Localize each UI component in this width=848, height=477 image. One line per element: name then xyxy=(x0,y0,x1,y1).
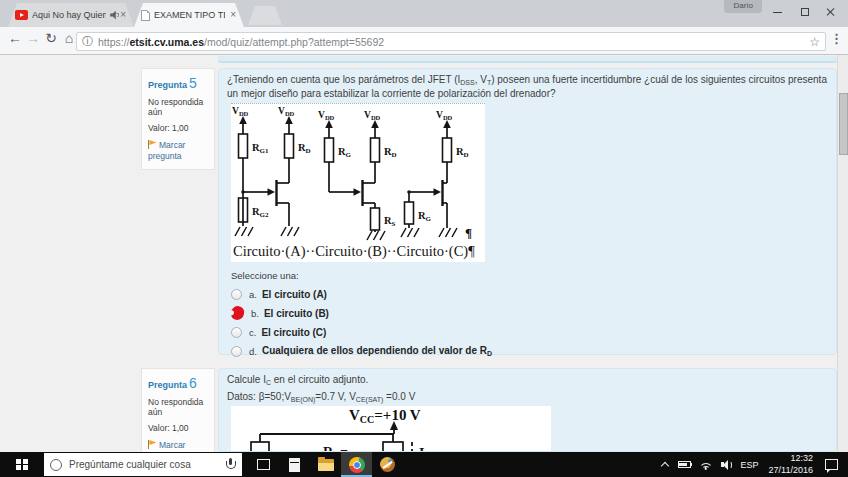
browser-titlebar: Aqui No hay Quien V × EXAMEN TIPO TEST P… xyxy=(0,0,848,27)
svg-text:RC=: RC= xyxy=(323,445,348,452)
new-tab-button[interactable] xyxy=(248,6,282,25)
question6-data-line: Datos: β=50;VBE(ON)=0.7 V, VCE(SAT) =0.0… xyxy=(227,390,828,404)
previous-question-block-edge xyxy=(218,56,837,63)
question6-text: Calcule IC en el circuito adjunto. xyxy=(227,373,828,387)
file-explorer-button[interactable] xyxy=(310,452,341,477)
clock[interactable]: 12:3227/11/2016 xyxy=(769,453,813,476)
microphone-icon[interactable] xyxy=(224,458,236,472)
tab-close-icon[interactable]: × xyxy=(119,10,127,20)
battery-icon[interactable] xyxy=(678,461,691,468)
svg-text:VCC=+10 V: VCC=+10 V xyxy=(349,407,421,425)
page-scrollbar[interactable] xyxy=(837,55,848,452)
task-view-button[interactable] xyxy=(248,452,279,477)
question6-info-box: Pregunta6 No respondida aún Valor: 1,00 … xyxy=(141,368,215,452)
youtube-favicon-icon xyxy=(15,10,28,20)
flag-icon xyxy=(148,140,156,149)
question-status: No respondida aún xyxy=(148,397,209,417)
select-one-label: Seleccione una: xyxy=(231,270,828,281)
flag-question-link[interactable]: Marcar pregunta xyxy=(148,140,209,163)
screen: Aqui No hay Quien V × EXAMEN TIPO TEST P… xyxy=(0,0,848,477)
svg-text:VDD: VDD xyxy=(364,110,381,121)
radio-c[interactable] xyxy=(231,327,242,338)
bjt-circuit-figure: VCC=+10 V RB=93 kΩ RC= IC xyxy=(231,406,551,452)
svg-text:RD: RD xyxy=(384,146,397,159)
refresh-icon[interactable]: ↻ xyxy=(42,30,60,46)
page-info-icon[interactable]: ⓘ xyxy=(82,34,93,49)
volume-icon[interactable] xyxy=(721,459,734,470)
radio-d[interactable] xyxy=(231,346,242,357)
red-marker-icon[interactable] xyxy=(230,305,245,321)
svg-text:VDD: VDD xyxy=(232,106,249,117)
back-icon[interactable]: ← xyxy=(6,30,24,46)
tab-exam-active[interactable]: EXAMEN TIPO TEST PRE × xyxy=(134,3,244,27)
bookmark-star-icon[interactable]: ☆ xyxy=(809,35,820,49)
calculator-button[interactable] xyxy=(279,452,310,477)
url-bar[interactable]: ⓘ https://etsit.cv.uma.es/mod/quiz/attem… xyxy=(76,32,826,51)
tab-youtube[interactable]: Aqui No hay Quien V × xyxy=(8,3,134,27)
tab-title: Aqui No hay Quien V xyxy=(32,10,106,20)
tray-chevron-up-icon[interactable] xyxy=(661,461,669,469)
flag-icon xyxy=(148,440,156,449)
question-value: Valor: 1,00 xyxy=(148,423,209,433)
windows-logo-icon xyxy=(16,459,28,471)
question5-info-box: Pregunta5 No respondida aún Valor: 1,00 … xyxy=(141,68,215,170)
task-view-icon xyxy=(257,459,270,470)
page-content: Pregunta5 No respondida aún Valor: 1,00 … xyxy=(0,55,848,452)
calculator-icon xyxy=(289,458,300,472)
start-button[interactable] xyxy=(0,452,44,477)
svg-text:RG1: RG1 xyxy=(252,142,269,155)
close-button[interactable] xyxy=(818,4,844,20)
browser-menu-icon[interactable]: ⋮ xyxy=(830,31,843,46)
option-c[interactable]: c. El circuito (C) xyxy=(231,326,828,338)
scrollbar-thumb[interactable] xyxy=(839,93,848,155)
minimize-button[interactable] xyxy=(764,4,790,20)
option-d[interactable]: d. Cualquiera de ellos dependiendo del v… xyxy=(231,345,828,357)
profile-badge[interactable]: Darío xyxy=(724,0,762,13)
circuit-image: VDD VDD VDD VDD VDD RG1 RD RG2 RG RD RS … xyxy=(231,103,485,262)
cortana-search-box[interactable]: Pregúntame cualquier cosa xyxy=(44,453,242,476)
chrome-button[interactable] xyxy=(341,452,372,477)
svg-text:RG: RG xyxy=(338,146,352,159)
paint-button[interactable] xyxy=(372,452,403,477)
circuit-image-q6: VCC=+10 V RB=93 kΩ RC= IC xyxy=(231,406,551,452)
system-tray: ESP 12:3227/11/2016 xyxy=(661,452,848,477)
question5-block: ¿Teniendo en cuenta que los parámetros d… xyxy=(218,68,837,355)
svg-text:VDD: VDD xyxy=(318,110,335,121)
forward-icon[interactable]: → xyxy=(24,30,42,46)
language-indicator[interactable]: ESP xyxy=(741,460,759,470)
question6-block: Calcule IC en el circuito adjunto. Datos… xyxy=(218,368,837,452)
tab-title: EXAMEN TIPO TEST PRE xyxy=(154,10,225,20)
search-placeholder: Pregúntame cualquier cosa xyxy=(69,459,224,470)
radio-a[interactable] xyxy=(231,289,242,300)
question5-text: ¿Teniendo en cuenta que los parámetros d… xyxy=(227,73,828,100)
question-number: Pregunta5 xyxy=(148,74,209,92)
wifi-icon[interactable] xyxy=(699,459,713,470)
flag-question-link[interactable]: Marcar pregunta xyxy=(148,440,209,452)
svg-text:RD: RD xyxy=(456,146,469,159)
svg-text:RG2: RG2 xyxy=(252,206,269,219)
windows-taskbar: Pregúntame cualquier cosa ESP 12:3227/11… xyxy=(0,452,848,477)
svg-text:RD: RD xyxy=(298,142,311,155)
svg-text:VDD: VDD xyxy=(278,106,295,117)
svg-text:RG: RG xyxy=(418,210,432,223)
url-text: https://etsit.cv.uma.es/mod/quiz/attempt… xyxy=(98,36,805,48)
cortana-icon xyxy=(50,459,62,471)
folder-icon xyxy=(318,459,334,471)
tab-audio-icon[interactable] xyxy=(110,11,119,20)
question-number: Pregunta6 xyxy=(148,374,209,392)
option-a[interactable]: a. El circuito (A) xyxy=(231,288,828,300)
svg-text:RS: RS xyxy=(384,215,396,228)
chrome-icon xyxy=(349,457,365,473)
pilcrow-mark: ¶ xyxy=(465,225,472,240)
browser-toolbar: ← → ↻ ⌂ ⓘ https://etsit.cv.uma.es/mod/qu… xyxy=(0,27,848,55)
question-value: Valor: 1,00 xyxy=(148,123,209,133)
question-status: No respondida aún xyxy=(148,97,209,117)
option-b[interactable]: b. El circuito (B) xyxy=(231,307,828,319)
jfet-circuits-figure: VDD VDD VDD VDD VDD RG1 RD RG2 RG RD RS … xyxy=(231,104,485,241)
svg-text:VDD: VDD xyxy=(436,110,453,121)
circuit-caption: Circuito·(A)··Circuito·(B)··Circuito·(C)… xyxy=(231,241,485,262)
action-center-icon[interactable] xyxy=(825,459,838,470)
paint-icon xyxy=(380,457,395,472)
maximize-button[interactable] xyxy=(792,4,818,20)
tab-close-icon[interactable]: × xyxy=(229,10,237,20)
